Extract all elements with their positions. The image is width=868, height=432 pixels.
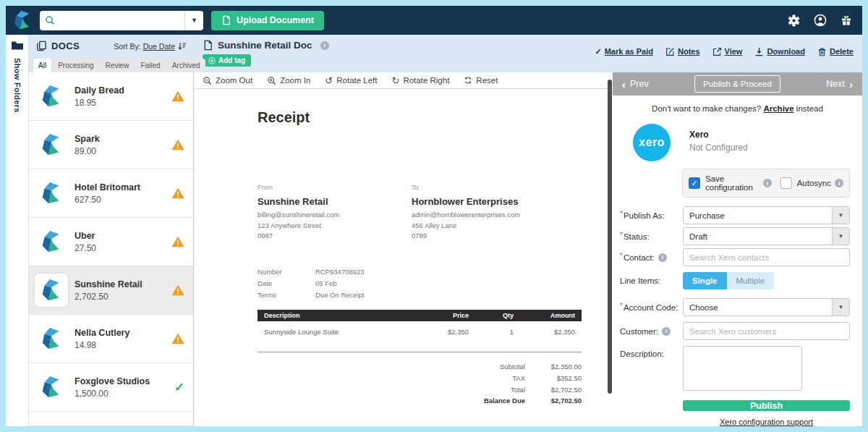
chevron-right-icon: › — [849, 79, 853, 90]
download-icon — [754, 47, 764, 56]
autosync-checkbox[interactable] — [780, 177, 792, 189]
plus-circle-icon — [208, 57, 216, 64]
doc-amount: 27.50 — [75, 243, 96, 253]
notes-edit-icon — [665, 47, 675, 56]
doc-item-spark[interactable]: Spark89.00 — [29, 121, 193, 169]
doc-item-daily-bread[interactable]: Daily Bread18.95 — [29, 72, 193, 121]
search-icon — [45, 15, 55, 25]
search-bar: ▼ — [40, 11, 203, 30]
publish-button[interactable]: Publish — [683, 400, 850, 411]
receipt-to-block: To Hornblower Enterprises admin@hornblow… — [412, 184, 566, 242]
show-folders-sidebar[interactable]: Show Folders — [6, 35, 29, 426]
doc-logo — [38, 131, 65, 158]
publish-as-select[interactable]: Purchase ▼ — [683, 206, 850, 224]
warning-icon — [171, 284, 184, 296]
upload-document-label: Upload Document — [237, 15, 314, 25]
delete-action[interactable]: Delete — [817, 47, 854, 56]
save-configuration-checkbox[interactable]: ✓ — [689, 177, 700, 189]
doc-item-sunshine-retail-selected[interactable]: Sunshine Retail2,702.50 — [29, 266, 193, 315]
customer-info-icon[interactable]: i — [662, 327, 671, 336]
sort-icon[interactable] — [177, 41, 187, 51]
chevron-down-icon: ▼ — [191, 17, 197, 24]
account-code-select[interactable]: Choose ▼ — [683, 298, 850, 316]
add-tag-button[interactable]: Add tag — [203, 54, 251, 67]
contact-search-input[interactable] — [683, 248, 850, 266]
publish-nav-bar: ‹Prev Publish & Proceed Next› — [613, 72, 862, 96]
show-folders-label: Show Folders — [13, 58, 22, 113]
view-action[interactable]: View — [712, 47, 743, 56]
status-select[interactable]: Draft ▼ — [683, 227, 850, 245]
publish-and-proceed-button[interactable]: Publish & Proceed — [694, 75, 780, 93]
user-account-icon[interactable] — [814, 14, 827, 27]
app-frame: ▼ Upload Document Show Folders — [0, 0, 868, 432]
line-items-single-button[interactable]: Single — [683, 272, 727, 289]
contact-info-icon[interactable]: i — [658, 253, 667, 262]
receipt-title: Receipt — [258, 109, 582, 126]
zoom-out-button[interactable]: Zoom Out — [203, 76, 252, 85]
doc-logo — [38, 82, 65, 110]
doc-amount: 1,500.00 — [75, 389, 150, 399]
xero-logo: xero — [633, 124, 671, 161]
check-icon: ✓ — [595, 47, 601, 56]
warning-icon — [171, 333, 184, 344]
archive-link[interactable]: Archive — [763, 104, 793, 113]
xero-configuration-support-link[interactable]: Xero configuration support — [683, 418, 850, 426]
viewer-toolbar: Zoom Out Zoom In ↺Rotate Left ↻Rotate Ri… — [194, 72, 613, 89]
chevron-down-icon: ▼ — [838, 212, 844, 219]
doc-name: Uber — [75, 231, 96, 241]
doc-name: Sunshine Retail — [75, 279, 142, 289]
doc-amount: 89.00 — [75, 146, 100, 156]
reset-button[interactable]: Reset — [464, 76, 498, 85]
rotate-right-button[interactable]: ↻Rotate Right — [392, 76, 450, 85]
document-info-icon[interactable]: i — [320, 41, 329, 50]
search-input[interactable] — [55, 11, 184, 30]
doc-item-nella-cutlery[interactable]: Nella Cutlery14.98 — [29, 315, 193, 363]
zoom-out-icon — [203, 76, 212, 85]
document-viewer: Zoom Out Zoom In ↺Rotate Left ↻Rotate Ri… — [194, 72, 613, 426]
collapse-chevron-up-icon[interactable] — [839, 124, 851, 132]
line-items-multiple-button[interactable]: Multiple — [727, 272, 775, 289]
settings-gear-icon[interactable] — [788, 14, 800, 27]
hubdoc-logo-icon — [12, 9, 33, 31]
zoom-in-button[interactable]: Zoom In — [267, 76, 310, 85]
docs-list: Daily Bread18.95 Spark89.00 Hotel Britom… — [29, 72, 194, 426]
doc-logo — [38, 325, 65, 352]
doc-item-foxglove-studios[interactable]: Foxglove Studios1,500.00 ✓ — [29, 363, 193, 412]
tab-review[interactable]: Review — [101, 59, 135, 72]
chevron-down-icon: ▼ — [838, 304, 844, 310]
archive-note: Don't want to make changes? Archive inst… — [613, 104, 862, 113]
rotate-left-button[interactable]: ↺Rotate Left — [325, 76, 377, 85]
next-button[interactable]: Next› — [826, 79, 853, 90]
publish-panel: ‹Prev Publish & Proceed Next› Don't want… — [613, 72, 862, 426]
doc-name: Hotel Britomart — [75, 182, 140, 192]
mark-as-paid-action[interactable]: ✓Mark as Paid — [595, 47, 652, 56]
status-label: *Status: — [620, 232, 683, 241]
prev-button[interactable]: ‹Prev — [622, 79, 649, 90]
save-configuration-info-icon[interactable]: i — [763, 179, 772, 187]
xero-integration-header: xero Xero Not Configured — [633, 124, 851, 161]
rotate-left-icon: ↺ — [325, 76, 333, 85]
gift-icon[interactable] — [841, 14, 852, 26]
document-title: Sunshine Retail Doc — [218, 40, 312, 51]
search-filter-dropdown[interactable]: ▼ — [184, 11, 203, 30]
description-textarea[interactable] — [683, 346, 802, 391]
viewer-scrollbar[interactable] — [608, 80, 612, 394]
customer-search-input[interactable] — [683, 322, 850, 340]
sort-by-value[interactable]: Due Date — [143, 42, 175, 51]
autosync-label: Autosync — [797, 179, 831, 187]
doc-item-uber[interactable]: Uber27.50 — [29, 218, 193, 266]
download-action[interactable]: Download — [754, 47, 805, 56]
sort-by-label: Sort By: — [114, 42, 140, 51]
doc-item-hotel-britomart[interactable]: Hotel Britomart627.50 — [29, 169, 193, 218]
tab-failed[interactable]: Failed — [135, 59, 165, 72]
tab-archived[interactable]: Archived — [167, 59, 205, 72]
upload-document-button[interactable]: Upload Document — [211, 11, 324, 30]
tab-processing[interactable]: Processing — [53, 59, 98, 72]
warning-icon — [171, 236, 184, 247]
warning-icon — [171, 90, 184, 102]
autosync-info-icon[interactable]: i — [835, 179, 843, 187]
receipt-divider — [258, 352, 582, 352]
notes-action[interactable]: Notes — [665, 47, 700, 56]
doc-amount: 627.50 — [75, 195, 140, 205]
tab-all[interactable]: All — [33, 59, 51, 72]
